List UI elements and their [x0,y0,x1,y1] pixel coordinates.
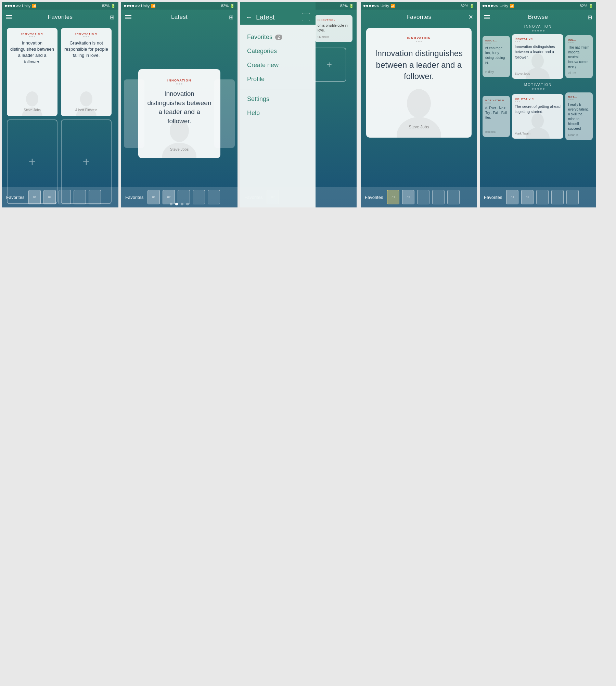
browse-card-inno-left[interactable]: INNOV... nt can rage ion, but y doing t … [483,36,510,77]
menu-help-label: Help [247,110,260,117]
menu-items-list: Favorites 2 Categories Create new Profil… [240,25,316,126]
thumb-4-1[interactable]: 01 [387,190,399,204]
thumb-2-1[interactable]: 01 [147,190,160,204]
thumb-3[interactable] [59,190,71,204]
thumb-1[interactable]: 01 [28,190,41,204]
signal-dot [377,5,379,7]
menu-item-categories[interactable]: Categories [240,44,316,58]
signal-dot [8,5,10,7]
hamburger-menu-5[interactable] [484,15,490,19]
thumb-4-3[interactable] [417,190,429,204]
thumb-2-5[interactable] [208,190,220,204]
wifi-icon-5: 📶 [510,4,514,8]
battery-label-3: 82% [340,4,348,8]
battery-icon-5: 🔋 [589,4,593,8]
thumb-5-4[interactable] [551,190,564,204]
back-button[interactable]: ← [246,13,253,21]
nav-bar-2: Latest ⊞ [121,10,238,25]
battery-label-5: 82% [580,4,587,8]
bottom-label-1: Favorites [6,195,24,200]
screen-title-4: Favorites [407,14,432,21]
main-quote-card[interactable]: INNOVATION Innovation distinguishes betw… [138,69,220,158]
status-bar-2: Unity 📶 82% 🔋 [121,2,238,10]
menu-header: ← Latest [240,2,316,25]
thumb-2-4[interactable] [193,190,205,204]
screen-title-2: Latest [171,14,188,21]
hamburger-menu[interactable] [6,15,12,19]
thumb-5-5[interactable] [566,190,579,204]
signal-dot [135,5,137,7]
status-bar-1: Unity 📶 82% 🔋 [2,2,118,10]
browse-card-motiv-right[interactable]: MOT... I really b everyo talent, a skill… [565,92,593,140]
nav-bar-4: Favorites × [361,10,477,25]
signal-dot [13,5,15,7]
thumb-5[interactable] [89,190,101,204]
category-motivation: MOTIVATION MOTIVATIO N d. Ever . No r. T… [483,83,593,140]
menu-title: Latest [256,13,274,21]
battery-icon-4: 🔋 [470,4,474,8]
cat-title-innovation: INNOVATION [483,25,593,28]
carrier-label-4: Unity [381,4,389,8]
signal-dot [132,5,134,7]
signal-dot [129,5,131,7]
svg-point-6 [407,89,431,118]
wifi-icon-2: 📶 [151,4,156,8]
thumb-4-5[interactable] [447,190,460,204]
battery-label-2: 82% [221,4,229,8]
bottom-bar-5: Favorites 01 02 [480,187,596,207]
quote-card-2[interactable]: INNOVATION Gravitation is not responsibl… [61,28,112,116]
favorites-cards-area: INNOVATION Innovation distinguishes betw… [2,25,118,207]
svg-point-9 [526,68,550,79]
svg-point-1 [22,107,42,116]
menu-item-create[interactable]: Create new [240,58,316,72]
hamburger-menu-2[interactable] [125,15,131,19]
bottom-bar-1: Favorites 01 02 [2,187,118,207]
signal-dot [483,5,485,7]
quote-card-1[interactable]: INNOVATION Innovation distinguishes betw… [7,28,57,116]
nav-bar-1: Favorites ⊞ [2,10,118,25]
menu-item-help[interactable]: Help [240,106,316,120]
menu-item-favorites[interactable]: Favorites 2 [240,30,316,44]
browse-card-inno-right[interactable]: INN... The nat Intern importa neutrali i… [565,35,593,78]
thumb-2-2[interactable]: 02 [163,190,175,204]
grid-icon[interactable]: ⊞ [110,14,114,21]
thumb-5-1[interactable]: 01 [506,190,518,204]
menu-categories-label: Categories [247,48,277,55]
battery-icon-2: 🔋 [230,4,235,8]
menu-settings-label: Settings [247,96,269,103]
bottom-label-5: Favorites [484,195,502,200]
phone-latest: Unity 📶 82% 🔋 Latest ⊞ [121,2,238,207]
thumb-5-2[interactable]: 02 [521,190,534,204]
battery-label: 82% [102,4,110,8]
svg-point-3 [76,107,97,116]
menu-item-profile[interactable]: Profile [240,72,316,86]
close-button[interactable]: × [469,13,473,22]
thumb-2[interactable]: 02 [43,190,56,204]
thumb-2-3[interactable] [178,190,190,204]
signal-dot [138,5,140,7]
menu-favorites-label: Favorites [247,34,272,41]
phone-favorites-detail: Unity 📶 82% 🔋 Favorites × INNOVATION In [361,2,477,207]
side-menu: ← Latest Favorites 2 Categories Create n… [240,2,316,207]
thumb-4[interactable] [74,190,86,204]
svg-point-7 [397,117,441,138]
menu-item-settings[interactable]: Settings [240,92,316,106]
browse-card-inno-center[interactable]: INNOVATION Innovation distinguishes betw… [512,34,563,79]
thumb-5-3[interactable] [536,190,549,204]
battery-icon-3: 🔋 [349,4,354,8]
signal-dot [124,5,126,7]
thumb-4-4[interactable] [432,190,445,204]
thumb-4-2[interactable]: 02 [402,190,414,204]
bottom-label-4: Favorites [365,195,383,200]
browse-card-motiv-left[interactable]: MOTIVATIO N d. Ever . No r. Try . Fail .… [483,96,510,137]
grid-icon-2[interactable]: ⊞ [229,14,233,21]
main-card-category: INNOVATION [167,79,191,82]
signal-dot [10,5,12,7]
carrier-label-5: Unity [500,4,508,8]
card-category-1: INNOVATION [21,32,43,35]
browse-card-motiv-center[interactable]: MOTIVATIO N The secret of getting ahead … [512,94,563,139]
grid-icon-5[interactable]: ⊞ [588,14,592,21]
browse-content: INNOVATION INNOV... nt can rage ion, but… [480,25,596,207]
innovation-cards-row: INNOV... nt can rage ion, but y doing t … [483,34,593,79]
screen-title-1: Favorites [48,14,73,21]
